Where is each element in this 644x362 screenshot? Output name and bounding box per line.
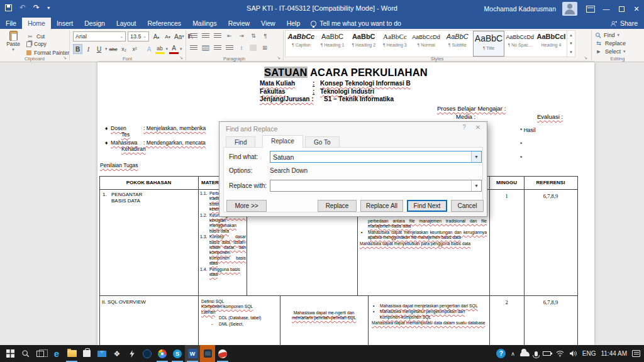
find-button[interactable]: Find▾	[595, 31, 626, 39]
taskbar-app-explorer[interactable]	[64, 345, 79, 362]
replace-button[interactable]: ⇆ Replace	[595, 39, 626, 47]
borders-icon[interactable]: ⊞	[261, 45, 269, 51]
replace-with-input[interactable]	[270, 180, 471, 191]
taskbar-app-skype[interactable]: S	[170, 345, 185, 362]
superscript-button[interactable]: x²	[130, 44, 140, 54]
font-family-combo[interactable]: Arial⌄	[73, 31, 126, 41]
onedrive-icon[interactable]	[520, 351, 530, 356]
strikethrough-button[interactable]: abc	[109, 44, 118, 54]
tab-mailings[interactable]: Mailings	[187, 18, 223, 29]
avatar[interactable]	[562, 2, 577, 16]
underline-button[interactable]: U	[94, 44, 104, 54]
style-normal[interactable]: AaBbCcDd¶ Normal	[411, 31, 442, 57]
tab-references[interactable]: References	[142, 18, 187, 29]
tab-help[interactable]: Help	[281, 18, 306, 29]
taskbar-search-button[interactable]	[18, 345, 33, 362]
taskbar-app-chrome[interactable]	[155, 345, 170, 362]
increase-indent-icon[interactable]: ⇥	[238, 33, 245, 39]
align-left-icon[interactable]	[190, 45, 197, 51]
style-subtitle[interactable]: AaBbC¶ Subtitle	[441, 31, 473, 57]
dialog-help-button[interactable]: ?	[459, 124, 469, 131]
font-color-button[interactable]: A	[169, 44, 179, 54]
tab-file[interactable]: File	[0, 18, 22, 29]
tab-design[interactable]: Design	[79, 18, 111, 29]
italic-button[interactable]: I	[84, 44, 93, 54]
style-heading3[interactable]: AaBbCc¶ Heading 3	[379, 31, 411, 57]
tab-home[interactable]: Home	[22, 18, 51, 29]
copy-button[interactable]: Copy	[26, 40, 69, 48]
dialog-tab-find[interactable]: Find	[226, 136, 255, 148]
style-caption[interactable]: AaBbCc¶ Caption	[286, 31, 317, 57]
taskbar-app-edge[interactable]: e	[49, 345, 64, 362]
underline-caret-icon[interactable]: ▾	[105, 47, 108, 52]
dialog-close-button[interactable]: ✕	[473, 124, 483, 131]
find-what-dropdown-icon[interactable]: ▼	[471, 151, 481, 162]
show-hide-pilcrow-icon[interactable]: ¶	[262, 33, 269, 39]
taskbar-app-photos[interactable]	[215, 345, 230, 362]
dialog-tab-goto[interactable]: Go To	[305, 136, 340, 148]
numbering-icon[interactable]	[202, 33, 209, 39]
styles-scroll[interactable]: ▲▼▼	[567, 31, 575, 57]
tell-me-box[interactable]: Tell me what you want to do	[311, 18, 401, 29]
wifi-icon[interactable]	[556, 350, 564, 357]
align-center-icon[interactable]	[202, 45, 209, 51]
taskbar-app-store[interactable]	[79, 345, 94, 362]
account-name[interactable]: Mochamad Kadarusman	[484, 5, 556, 13]
style-heading2[interactable]: AaBbC¶ Heading 2	[348, 31, 379, 57]
cut-button[interactable]: ✂Cut	[26, 33, 69, 40]
tab-view[interactable]: View	[255, 18, 281, 29]
bold-button[interactable]: B	[73, 44, 82, 54]
find-what-combo[interactable]: ▼	[270, 151, 482, 163]
paragraph-dialog-launcher[interactable]: ↘	[277, 55, 280, 60]
font-size-combo[interactable]: 13.5⌄	[128, 31, 149, 41]
line-spacing-icon[interactable]: ↕	[238, 45, 245, 51]
styles-dialog-launcher[interactable]: ↘	[584, 55, 587, 60]
taskbar-app-screenshot-active[interactable]	[200, 345, 215, 362]
battery-icon[interactable]	[543, 351, 551, 356]
style-title-selected[interactable]: AaBbC¶ Title	[473, 31, 504, 57]
microphone-icon[interactable]	[535, 351, 538, 356]
paste-button[interactable]: Paste ▾	[3, 31, 24, 56]
multilevel-list-icon[interactable]	[214, 33, 221, 39]
clock[interactable]: 11:44 AM	[601, 350, 627, 357]
speaker-icon[interactable]	[569, 350, 577, 357]
shrink-font-button[interactable]: A▾	[163, 31, 172, 41]
replace-with-combo[interactable]: ▼	[270, 180, 482, 192]
tab-review[interactable]: Review	[223, 18, 255, 29]
help-tray-icon[interactable]: ?	[496, 349, 506, 358]
style-no-spacing[interactable]: AaBbCcDd¶ No Spac...	[504, 31, 536, 57]
sort-icon[interactable]: ⇅	[250, 33, 257, 39]
replace-all-button[interactable]: Replace All	[360, 200, 403, 212]
align-right-icon[interactable]	[214, 45, 221, 51]
taskbar-app-word-active[interactable]: W	[185, 345, 200, 362]
action-center-icon[interactable]	[632, 350, 640, 357]
grow-font-button[interactable]: A▴	[152, 31, 161, 41]
text-effects-button[interactable]: A	[145, 44, 154, 54]
select-button[interactable]: ► Select▾	[595, 47, 626, 55]
restore-button[interactable]	[614, 0, 629, 18]
taskbar-app-mail[interactable]	[94, 345, 109, 362]
subscript-button[interactable]: x₂	[119, 44, 129, 54]
find-what-input[interactable]	[270, 151, 471, 162]
ribbon-display-options-icon[interactable]	[586, 6, 595, 13]
taskbar-app-dropbox[interactable]: ❖	[109, 345, 125, 362]
tray-expand-icon[interactable]: ∧	[511, 351, 515, 357]
start-button[interactable]	[3, 345, 18, 362]
replace-button-dialog[interactable]: Replace	[318, 200, 357, 212]
taskbar-app-media[interactable]	[140, 345, 155, 362]
share-button[interactable]: Share	[611, 18, 638, 29]
style-heading4[interactable]: AaBbCcIHeading 4	[536, 31, 567, 57]
replace-with-dropdown-icon[interactable]: ▼	[471, 180, 481, 191]
taskbar-app-flash[interactable]	[125, 345, 140, 362]
minimize-button[interactable]: —	[599, 0, 614, 18]
change-case-button[interactable]: Aa▾	[174, 31, 184, 41]
dialog-tab-replace[interactable]: Replace	[262, 135, 303, 148]
cancel-button[interactable]: Cancel	[451, 200, 484, 212]
clipboard-dialog-launcher[interactable]: ↘	[63, 55, 67, 60]
tab-layout[interactable]: Layout	[111, 18, 142, 29]
bullets-icon[interactable]	[190, 33, 197, 39]
font-dialog-launcher[interactable]: ↘	[179, 55, 183, 60]
find-next-button[interactable]: Find Next	[407, 200, 447, 212]
task-view-button[interactable]	[33, 345, 48, 362]
highlight-color-button[interactable]: ab	[155, 44, 165, 54]
